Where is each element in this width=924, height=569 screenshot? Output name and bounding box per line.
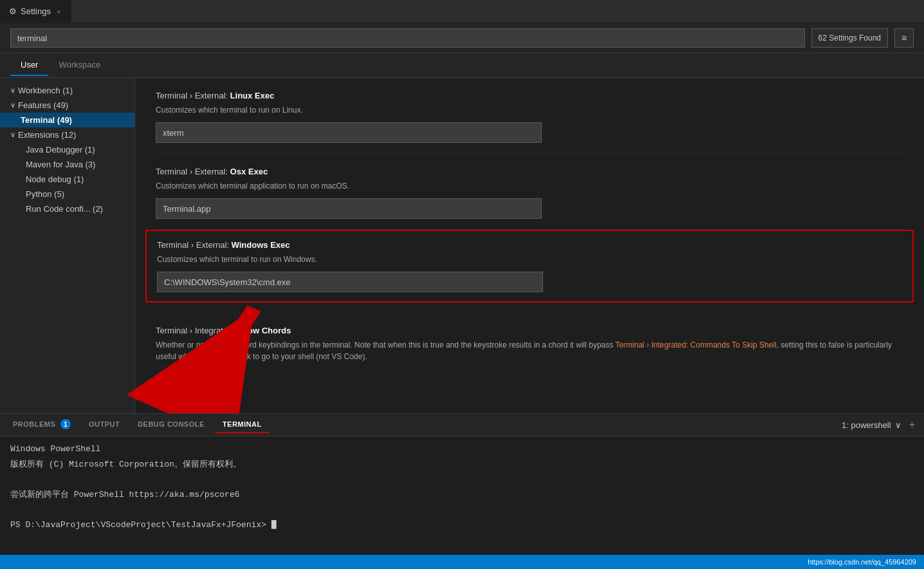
settings-tab[interactable]: ⚙ Settings × (0, 0, 72, 23)
terminal-line-2: 版权所有 (C) Microsoft Corporation。保留所有权利。 (10, 458, 914, 471)
setting-title-linux: Terminal › External: Linux Exec (156, 91, 903, 100)
terminal-body: Windows PowerShell 版权所有 (C) Microsoft Co… (0, 436, 924, 555)
tab-user[interactable]: User (10, 55, 48, 76)
breadcrumb-bold-osx: Osx Exec (230, 167, 268, 176)
terminal-dropdown-icon[interactable]: ∨ (895, 420, 901, 430)
setting-desc-chords: Whether or not to allow chord keybinding… (156, 339, 903, 362)
search-bar: 62 Settings Found ≡ (0, 23, 924, 53)
setting-osx-exec: Terminal › External: Osx Exec Customizes… (156, 154, 903, 230)
osx-exec-input[interactable] (156, 198, 542, 219)
sidebar-item-run-code[interactable]: Run Code confi... (2) (0, 201, 134, 216)
sidebar-item-extensions[interactable]: ∨ Extensions (12) (0, 127, 134, 142)
tab-bar: ⚙ Settings × (0, 0, 924, 23)
panel-tab-output[interactable]: OUTPUT (81, 416, 127, 433)
sidebar-item-label: Run Code confi... (2) (26, 204, 103, 214)
breadcrumb-bold-chords: Allow Chords (237, 326, 291, 335)
sidebar-item-terminal[interactable]: Terminal (49) (0, 113, 134, 127)
setting-windows-exec: Terminal › External: Windows Exec Custom… (145, 230, 914, 303)
sidebar-item-label: Terminal (49) (21, 115, 72, 125)
panel-add-terminal-button[interactable]: + (905, 419, 919, 431)
sidebar-item-workbench[interactable]: ∨ Workbench (1) (0, 83, 134, 98)
content-wrapper: ∨ Workbench (1) ∨ Features (49) Terminal… (0, 78, 924, 413)
settings-tabs: User Workspace (0, 53, 924, 78)
breadcrumb-bold: Linux Exec (230, 91, 275, 100)
breadcrumb-bold-windows: Windows Exec (232, 240, 290, 250)
sidebar-item-python[interactable]: Python (5) (0, 187, 134, 201)
main-content: ∨ Workbench (1) ∨ Features (49) Terminal… (0, 78, 924, 413)
sidebar-item-label: Workbench (1) (18, 86, 73, 95)
sidebar-item-label: Extensions (12) (18, 130, 76, 140)
setting-title-osx: Terminal › External: Osx Exec (156, 167, 903, 176)
setting-desc-windows: Customizes which terminal to run on Wind… (157, 254, 902, 265)
chevron-down-icon: ∨ (10, 101, 15, 109)
terminal-line-3 (10, 473, 914, 486)
sidebar-item-label: Node debug (1) (26, 174, 84, 184)
breadcrumb-pre: Terminal › External: (156, 91, 230, 100)
setting-desc-linux: Customizes which terminal to run on Linu… (156, 104, 903, 116)
setting-title-chords: Terminal › Integrated: Allow Chords (156, 326, 903, 335)
breadcrumb-pre: Terminal › External: (156, 167, 230, 176)
setting-desc-osx: Customizes which terminal application to… (156, 180, 903, 192)
panel-tab-terminal[interactable]: TERMINAL (215, 416, 270, 433)
tab-workspace[interactable]: Workspace (48, 55, 111, 76)
sidebar-item-label: Maven for Java (3) (26, 160, 95, 169)
bottom-panel: PROBLEMS 1 OUTPUT DEBUG CONSOLE TERMINAL… (0, 413, 924, 555)
settings-content: Terminal › External: Linux Exec Customiz… (135, 78, 924, 413)
linux-exec-input[interactable] (156, 122, 542, 143)
status-bar: https://blog.csdn.net/qq_45964209 (0, 555, 924, 569)
sidebar: ∨ Workbench (1) ∨ Features (49) Terminal… (0, 78, 135, 413)
panel-right: 1: powershell ∨ + (842, 419, 919, 431)
terminal-line-1: Windows PowerShell (10, 443, 914, 456)
sidebar-item-label: Features (49) (18, 100, 68, 110)
filter-icon-button[interactable]: ≡ (894, 28, 914, 48)
sidebar-item-node-debug[interactable]: Node debug (1) (0, 172, 134, 187)
terminal-selector-label: 1: powershell (842, 420, 891, 430)
search-input[interactable] (10, 28, 805, 48)
chords-link[interactable]: Terminal › Integrated: Commands To Skip … (615, 340, 777, 350)
panel-tab-debug-console[interactable]: DEBUG CONSOLE (130, 416, 212, 433)
setting-title-windows: Terminal › External: Windows Exec (157, 240, 902, 250)
sidebar-item-java-debugger[interactable]: Java Debugger (1) (0, 142, 134, 157)
breadcrumb-pre: Terminal › Integrated: (156, 326, 237, 335)
tab-close-button[interactable]: × (55, 6, 62, 17)
chevron-down-icon: ∨ (10, 86, 15, 95)
chevron-down-icon: ∨ (10, 131, 15, 139)
windows-exec-input[interactable] (157, 272, 543, 292)
sidebar-item-features[interactable]: ∨ Features (49) (0, 98, 134, 113)
panel-tabs: PROBLEMS 1 OUTPUT DEBUG CONSOLE TERMINAL… (0, 414, 924, 436)
status-url: https://blog.csdn.net/qq_45964209 (808, 558, 916, 566)
sidebar-item-label: Python (5) (26, 189, 64, 199)
sidebar-item-label: Java Debugger (1) (26, 145, 95, 154)
sidebar-item-maven[interactable]: Maven for Java (3) (0, 157, 134, 172)
terminal-line-4: 尝试新的跨平台 PowerShell https://aka.ms/pscore… (10, 489, 914, 501)
tab-label: Settings (21, 6, 51, 16)
terminal-line-5 (10, 503, 914, 516)
problems-badge: 1 (60, 419, 71, 429)
setting-linux-exec: Terminal › External: Linux Exec Customiz… (156, 78, 903, 154)
settings-icon: ⚙ (9, 6, 17, 16)
breadcrumb-pre: Terminal › External: (157, 240, 232, 250)
panel-tab-problems[interactable]: PROBLEMS 1 (5, 415, 79, 434)
setting-allow-chords: Terminal › Integrated: Allow Chords Whet… (156, 313, 903, 379)
settings-found-badge: 62 Settings Found (811, 28, 888, 48)
terminal-line-6: PS D:\JavaProject\VScodeProject\TestJava… (10, 519, 914, 532)
